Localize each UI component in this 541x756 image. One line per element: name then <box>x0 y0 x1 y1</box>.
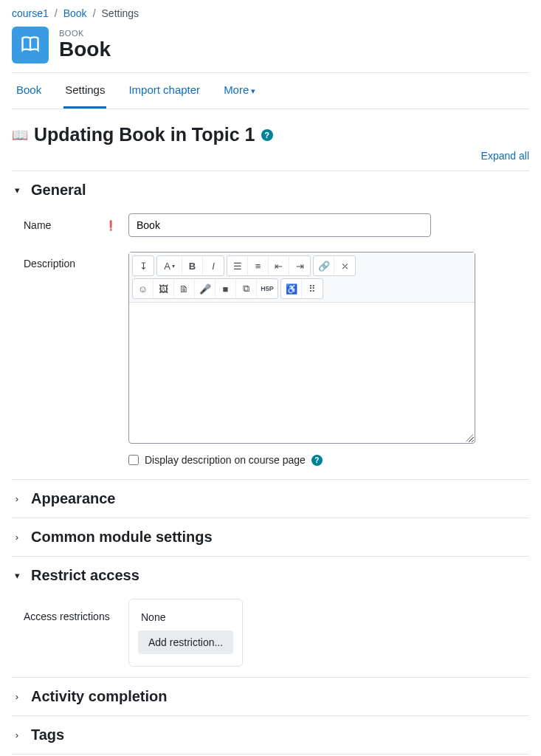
bullet-list-button[interactable]: ☰ <box>227 256 248 275</box>
section-common: › Common module settings <box>12 518 529 556</box>
chevron-right-icon: › <box>12 691 22 702</box>
section-activity: › Activity completion <box>12 677 529 715</box>
section-tags: › Tags <box>12 715 529 754</box>
manage-files-button[interactable]: ⧉ <box>236 279 257 298</box>
breadcrumb-sep: / <box>93 7 96 19</box>
accessibility-button[interactable]: ♿ <box>281 279 302 298</box>
section-general: ▾ General Name ❗ Description ↧ <box>12 171 529 479</box>
link-button[interactable]: 🔗 <box>314 256 334 275</box>
description-textarea[interactable] <box>129 303 475 443</box>
add-restriction-button[interactable]: Add restriction... <box>138 630 233 654</box>
help-icon[interactable]: ? <box>311 455 323 466</box>
section-appearance: › Appearance <box>12 479 529 518</box>
breadcrumb-course[interactable]: course1 <box>12 7 49 19</box>
bold-button[interactable]: B <box>182 256 203 275</box>
heading-text: Updating Book in Topic 1 <box>34 124 255 145</box>
chevron-right-icon: › <box>12 532 22 543</box>
section-title: Common module settings <box>31 529 213 546</box>
emoji-button[interactable]: ☺ <box>133 279 154 298</box>
section-title: Appearance <box>31 490 116 507</box>
section-title: Tags <box>31 726 64 743</box>
description-editor: ↧ A▾ B I ☰ ≡ ⇤ ⇥ 🔗 <box>128 252 475 444</box>
record-audio-button[interactable]: 🎤 <box>195 279 216 298</box>
help-icon[interactable]: ? <box>261 129 273 141</box>
kicker: BOOK <box>59 29 111 38</box>
section-header-activity[interactable]: › Activity completion <box>12 678 529 715</box>
restrict-none: None <box>138 611 233 623</box>
name-label: Name <box>24 219 51 231</box>
page-title: Book <box>59 38 111 61</box>
page-heading: 📖 Updating Book in Topic 1 ? <box>12 124 529 145</box>
tab-book[interactable]: Book <box>15 73 43 109</box>
image-button[interactable]: 🖼 <box>154 279 174 298</box>
section-header-tags[interactable]: › Tags <box>12 716 529 754</box>
display-description-checkbox[interactable] <box>128 455 139 465</box>
section-title: General <box>31 182 86 199</box>
chevron-right-icon: › <box>12 493 22 504</box>
page-title-row: BOOK Book <box>12 27 529 72</box>
tab-import[interactable]: Import chapter <box>127 73 201 109</box>
unlink-button[interactable]: ⤫ <box>334 256 355 275</box>
tabs: Book Settings Import chapter More▾ <box>12 73 529 109</box>
section-header-restrict[interactable]: ▾ Restrict access <box>12 557 529 594</box>
outdent-button[interactable]: ⇤ <box>269 256 289 275</box>
book-icon <box>12 27 49 63</box>
breadcrumb-sep: / <box>55 7 58 19</box>
section-header-appearance[interactable]: › Appearance <box>12 480 529 518</box>
italic-button[interactable]: I <box>203 256 224 275</box>
section-header-general[interactable]: ▾ General <box>12 171 529 209</box>
number-list-button[interactable]: ≡ <box>248 256 269 275</box>
section-header-common[interactable]: › Common module settings <box>12 518 529 556</box>
indent-button[interactable]: ⇥ <box>289 256 310 275</box>
section-restrict: ▾ Restrict access Access restrictions No… <box>12 556 529 677</box>
access-restrictions-label: Access restrictions <box>24 611 110 622</box>
toolbar-expand-icon[interactable]: ↧ <box>133 256 154 275</box>
tab-settings[interactable]: Settings <box>63 73 106 109</box>
description-label: Description <box>24 258 75 269</box>
required-icon: ❗ <box>105 220 117 231</box>
record-video-button[interactable]: ■ <box>216 279 236 298</box>
h5p-button[interactable]: H5P <box>257 279 278 298</box>
display-description-label: Display description on course page <box>145 454 306 466</box>
chevron-right-icon: › <box>12 729 22 740</box>
breadcrumb-current: Settings <box>102 7 139 19</box>
paragraph-style-button[interactable]: A▾ <box>157 256 182 275</box>
chevron-down-icon: ▾ <box>251 86 255 95</box>
media-button[interactable]: 🗎 <box>174 279 195 298</box>
editor-toolbar: ↧ A▾ B I ☰ ≡ ⇤ ⇥ 🔗 <box>129 252 475 303</box>
breadcrumb-book[interactable]: Book <box>63 7 87 19</box>
chevron-down-icon: ▾ <box>12 185 22 196</box>
name-input[interactable] <box>128 213 431 237</box>
section-title: Activity completion <box>31 688 167 705</box>
book-small-icon: 📖 <box>12 127 28 143</box>
breadcrumb: course1 / Book / Settings <box>12 0 529 27</box>
screenreader-button[interactable]: ⠿ <box>302 279 323 298</box>
expand-all-link[interactable]: Expand all <box>481 150 529 162</box>
section-title: Restrict access <box>31 567 139 584</box>
tab-more[interactable]: More▾ <box>222 73 257 109</box>
chevron-down-icon: ▾ <box>12 570 22 581</box>
restrict-box: None Add restriction... <box>128 599 243 667</box>
